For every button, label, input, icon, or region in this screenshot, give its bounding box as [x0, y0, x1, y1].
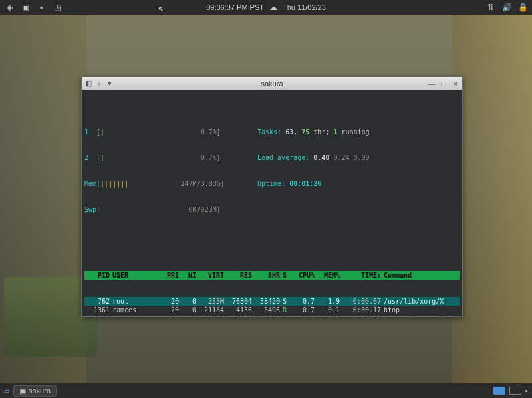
swp-val: 0K/923M [189, 206, 217, 213]
mem-label: Mem [84, 180, 96, 187]
terminal-content[interactable]: 1 [| 0.7%] Tasks: 63, 75 thr; 1 running … [82, 90, 462, 316]
process-list[interactable]: 762root200255M7680438420S0.71.90:00.67/u… [84, 297, 460, 316]
cpu2-label: 2 [84, 154, 88, 161]
close-button[interactable]: × [452, 80, 460, 88]
cpu2-pct: 0.7% [201, 154, 217, 161]
window-title: sakura [261, 80, 283, 88]
maximize-button[interactable]: □ [440, 80, 448, 88]
terminal-icon[interactable]: ▪ [36, 2, 47, 13]
minimize-button[interactable]: — [428, 80, 436, 88]
bottom-panel: ▱ ▣ sakura ▪ [0, 383, 532, 398]
load-label: Load average: [257, 154, 313, 161]
top-panel: ◈ ▣ ▪ ◳ 09:06:37 PM PST ☁ Thu 11/02/23 ⇅… [0, 0, 532, 15]
taskbar-button-label: sakura [29, 387, 51, 395]
htop-meters: 1 [| 0.7%] Tasks: 63, 75 thr; 1 running … [84, 110, 460, 231]
app-menu-icon[interactable]: ◈ [4, 2, 15, 13]
volume-icon[interactable]: 🔊 [501, 2, 512, 13]
window-titlebar[interactable]: ◧ + ▾ sakura — □ × [82, 77, 462, 90]
show-desktop-icon[interactable]: ▱ [4, 387, 9, 395]
terminal-window: ◧ + ▾ sakura — □ × 1 [| 0.7%] Tasks: 63,… [81, 76, 463, 317]
workspace-1[interactable] [493, 387, 505, 395]
process-row[interactable]: 1238ramces200749M4541636360S0.01.10:00.3… [84, 314, 460, 316]
window-shade-icon[interactable]: ▾ [106, 80, 114, 88]
mem-val: 247M/3.83G [181, 180, 221, 187]
clock-text[interactable]: 09:06:37 PM PST [206, 3, 264, 11]
sakura-app-icon: ▣ [19, 387, 26, 395]
weather-icon[interactable]: ☁ [268, 2, 279, 13]
window-menu-icon[interactable]: ◧ [84, 80, 92, 88]
date-text[interactable]: Thu 11/02/23 [283, 3, 326, 11]
network-icon[interactable]: ⇅ [485, 2, 496, 13]
cpu1-pct: 0.7% [201, 128, 217, 136]
tasks-label: Tasks: [257, 128, 285, 136]
files-icon[interactable]: ▣ [20, 2, 31, 13]
workspace-switcher[interactable]: ▪ [493, 387, 528, 395]
uptime-label: Uptime: [257, 180, 289, 187]
browser-icon[interactable]: ◳ [52, 2, 63, 13]
process-row[interactable]: 1361ramces2002118441363496R0.70.10:00.17… [84, 306, 460, 314]
workspace-2[interactable] [509, 387, 521, 395]
tray-extra-icon[interactable]: ▪ [525, 387, 528, 395]
lock-icon[interactable]: 🔒 [517, 2, 528, 13]
process-header[interactable]: PID USER PRI NI VIRT RES SHR S CPU% MEM%… [84, 271, 460, 280]
process-row[interactable]: 762root200255M7680438420S0.71.90:00.67/u… [84, 297, 460, 306]
taskbar-button-sakura[interactable]: ▣ sakura [13, 385, 57, 397]
uptime-val: 00:01:26 [289, 180, 321, 187]
swp-label: Swp [84, 206, 96, 213]
window-pin-icon[interactable]: + [95, 80, 103, 88]
cpu1-label: 1 [84, 128, 88, 136]
